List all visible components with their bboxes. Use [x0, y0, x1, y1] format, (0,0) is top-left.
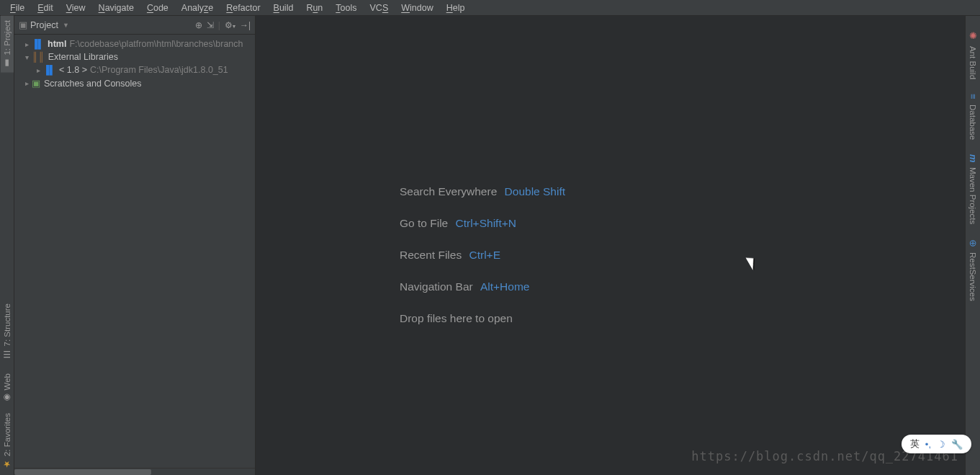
left-tool-favorites[interactable]: ★ 2: Favorites [2, 413, 12, 469]
project-view-icon: ▣ [19, 19, 27, 30]
web-icon: ◉ [2, 393, 12, 403]
workspace: ▣ Project ▼ ⊕ ⇲ | ⚙▾ →| ▐▌ html F:\codeb… [14, 16, 965, 475]
menu-window[interactable]: Window [395, 1, 439, 14]
favorites-icon: ★ [2, 459, 12, 469]
menubar: File Edit View Navigate Code Analyze Ref… [0, 0, 980, 16]
rest-icon: ⊕ [968, 239, 979, 247]
menu-code[interactable]: Code [141, 1, 174, 14]
editor-hints: Search Everywhere Double Shift Go to Fil… [400, 182, 565, 339]
module-icon: ▐▌ [32, 39, 44, 49]
menu-file[interactable]: File [4, 1, 30, 14]
menu-navigate[interactable]: Navigate [93, 1, 140, 14]
project-panel: ▣ Project ▼ ⊕ ⇲ | ⚙▾ →| ▐▌ html F:\codeb… [14, 16, 256, 475]
ant-icon: ✺ [968, 30, 979, 41]
menu-help[interactable]: Help [441, 1, 471, 14]
tree-node-external-libraries[interactable]: ║║ External Libraries [14, 50, 255, 63]
collapse-icon[interactable]: ⇲ [207, 20, 214, 30]
editor-empty-area[interactable]: Search Everywhere Double Shift Go to Fil… [256, 16, 965, 475]
right-tool-database[interactable]: ≡ Database [968, 94, 979, 140]
right-tool-ant[interactable]: ✺ Ant Build [968, 30, 979, 79]
menu-build[interactable]: Build [268, 1, 300, 14]
hint-drop-files: Drop files here to open [400, 308, 565, 329]
ime-indicator[interactable]: 英 •, ☽ 🔧 [902, 435, 971, 453]
tree-node-label: External Libraries [48, 52, 118, 62]
ime-mode: 英 [910, 438, 920, 450]
target-icon[interactable]: ⊕ [195, 20, 202, 30]
hint-go-to-file: Go to File Ctrl+Shift+N [400, 213, 565, 234]
project-h-scrollbar[interactable] [14, 468, 255, 475]
hide-icon[interactable]: →| [240, 20, 251, 30]
project-icon: ▮ [2, 58, 12, 68]
wrench-icon: 🔧 [951, 439, 963, 450]
right-tool-rest[interactable]: ⊕ RestServices [968, 239, 979, 301]
divider-icon: | [218, 20, 220, 30]
ime-punct-icon: •, [925, 439, 931, 450]
expand-arrow-icon[interactable] [33, 66, 43, 74]
expand-arrow-icon[interactable] [22, 40, 32, 48]
scrollbar-thumb[interactable] [14, 469, 151, 475]
expand-arrow-icon[interactable] [22, 79, 32, 87]
expand-arrow-icon[interactable] [22, 53, 32, 61]
tree-node-scratches[interactable]: ▣ Scratches and Consoles [14, 76, 255, 90]
structure-icon: ☰ [2, 349, 12, 359]
left-tool-web[interactable]: ◉ Web [2, 373, 12, 403]
menu-analyze[interactable]: Analyze [176, 1, 219, 14]
right-tool-gutter: ✺ Ant Build ≡ Database m Maven Projects … [965, 16, 980, 475]
jdk-icon: ▐▌ [43, 65, 55, 75]
project-panel-header: ▣ Project ▼ ⊕ ⇲ | ⚙▾ →| [14, 16, 255, 35]
tree-node-label: html [48, 39, 66, 49]
hint-search-everywhere: Search Everywhere Double Shift [400, 182, 565, 202]
hint-recent-files: Recent Files Ctrl+E [400, 245, 565, 265]
tree-node-path: F:\codebase\platfrom\html\branches\branc… [69, 39, 243, 49]
menu-run[interactable]: Run [300, 1, 328, 14]
menu-vcs[interactable]: VCS [364, 1, 395, 14]
left-tool-gutter: ▮ 1: Project ☰ 7: Structure ◉ Web ★ 2: F… [0, 16, 14, 475]
tree-node-path: C:\Program Files\Java\jdk1.8.0_51 [90, 65, 228, 75]
left-tool-structure[interactable]: ☰ 7: Structure [2, 303, 12, 359]
tree-node-html[interactable]: ▐▌ html F:\codebase\platfrom\html\branch… [14, 37, 255, 50]
left-tool-project[interactable]: ▮ 1: Project [1, 16, 14, 73]
chevron-down-icon[interactable]: ▼ [63, 22, 69, 29]
gear-icon[interactable]: ⚙▾ [225, 20, 235, 30]
hint-navigation-bar: Navigation Bar Alt+Home [400, 277, 565, 297]
right-tool-maven[interactable]: m Maven Projects [968, 154, 979, 225]
maven-icon: m [968, 154, 979, 163]
tree-node-jdk[interactable]: ▐▌ < 1.8 > C:\Program Files\Java\jdk1.8.… [14, 63, 255, 76]
database-icon: ≡ [968, 94, 979, 99]
menu-view[interactable]: View [60, 1, 91, 14]
menu-refactor[interactable]: Refactor [220, 1, 266, 14]
project-tree[interactable]: ▐▌ html F:\codebase\platfrom\html\branch… [14, 35, 255, 93]
tree-node-label: Scratches and Consoles [44, 79, 142, 89]
menu-edit[interactable]: Edit [32, 1, 59, 14]
tree-node-label: < 1.8 > [59, 65, 87, 75]
moon-icon: ☽ [937, 439, 945, 450]
project-panel-title[interactable]: Project [30, 20, 58, 30]
library-icon: ║║ [32, 52, 45, 62]
scratch-icon: ▣ [32, 78, 40, 89]
menu-tools[interactable]: Tools [330, 1, 362, 14]
